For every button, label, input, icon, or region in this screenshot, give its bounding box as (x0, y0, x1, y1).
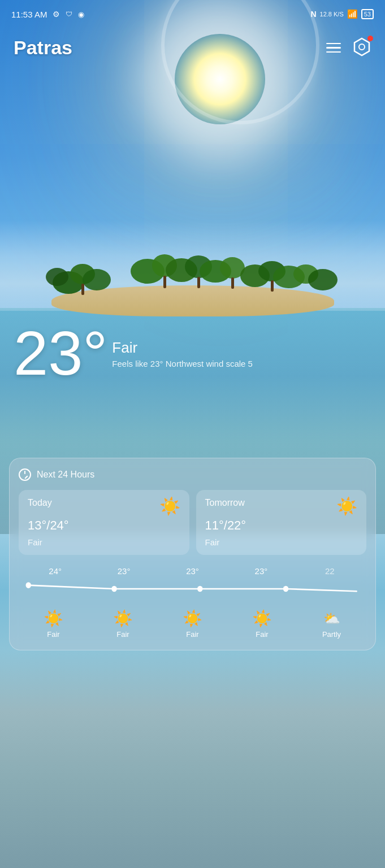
hourly-graph: 24° 23° 23° 23° 22 (19, 566, 366, 600)
settings-button[interactable] (352, 37, 371, 59)
svg-rect-16 (163, 276, 166, 288)
svg-point-24 (283, 586, 288, 592)
today-temp: 13°/24° (28, 518, 180, 533)
svg-rect-18 (231, 277, 234, 289)
island-graphic (34, 243, 351, 316)
city-name: Patras (14, 37, 72, 59)
hourly-temp-1: 24° (21, 566, 89, 576)
hour-item-5: ⛅ Partly (297, 611, 366, 639)
hour-1-icon: ☀️ (44, 611, 63, 627)
hourly-temp-3: 23° (158, 566, 227, 576)
today-label: Today (28, 498, 52, 508)
temperature-display: 23° Fair Feels like 23° Northwest wind s… (14, 322, 253, 384)
network-speed: 12.8 K/S (320, 11, 344, 18)
svg-point-22 (111, 586, 116, 592)
hour-5-condition: Partly (322, 630, 341, 639)
hour-2-condition: Fair (116, 630, 129, 639)
feels-like: Feels like 23° Northwest wind scale 5 (112, 359, 253, 368)
day-cards: Today ☀️ 13°/24° Fair Tomorrow ☀️ 11°/22… (19, 490, 366, 555)
header-icons (326, 37, 371, 59)
next-hours-header: Next 24 Hours (19, 468, 366, 481)
hour-4-icon: ☀️ (252, 611, 272, 627)
shield-icon: 🛡 (66, 10, 72, 18)
location-icon: ◉ (78, 10, 84, 19)
hourly-icons-row: ☀️ Fair ☀️ Fair ☀️ Fair ☀️ Fair ⛅ Partly (19, 611, 366, 639)
temperature-value: 23° (14, 322, 107, 384)
hourly-temps-row: 24° 23° 23° 23° 22 (21, 566, 364, 576)
svg-point-14 (308, 269, 338, 290)
weather-details: Fair Feels like 23° Northwest wind scale… (112, 322, 253, 368)
svg-point-21 (26, 582, 31, 588)
gear-icon: ⚙ (53, 10, 60, 19)
svg-point-20 (359, 44, 365, 50)
svg-rect-19 (271, 280, 274, 292)
notification-dot (367, 36, 373, 41)
hour-2-icon: ☀️ (113, 611, 133, 627)
hour-3-condition: Fair (186, 630, 198, 639)
status-left: 11:53 AM ⚙ 🛡 ◉ (11, 10, 84, 19)
temperature-line-chart (21, 580, 364, 597)
status-right: N 12.8 K/S 📶 53 (310, 9, 374, 19)
svg-point-2 (46, 268, 68, 286)
hourly-temp-2: 23° (89, 566, 158, 576)
svg-rect-15 (81, 284, 84, 295)
menu-line-3 (326, 51, 341, 53)
today-sun-icon: ☀️ (159, 498, 180, 515)
battery-level: 53 (364, 11, 371, 18)
status-time: 11:53 AM (11, 10, 47, 19)
app-header: Patras (0, 31, 385, 64)
tomorrow-sun-icon: ☀️ (336, 498, 357, 515)
hour-1-condition: Fair (47, 630, 59, 639)
svg-point-23 (197, 586, 202, 592)
menu-button[interactable] (326, 43, 341, 53)
clock-icon (19, 468, 31, 481)
hour-5-icon: ⛅ (323, 611, 340, 627)
battery-icon: 53 (361, 9, 374, 19)
menu-line-2 (326, 47, 341, 49)
svg-point-3 (83, 269, 111, 290)
hour-4-condition: Fair (256, 630, 268, 639)
hourly-temp-5: 22 (296, 566, 364, 576)
tomorrow-temp: 11°/22° (205, 518, 358, 533)
hour-item-4: ☀️ Fair (227, 611, 297, 639)
tomorrow-label: Tomorrow (205, 498, 245, 508)
wifi-icon: 📶 (347, 9, 358, 19)
status-bar: 11:53 AM ⚙ 🛡 ◉ N 12.8 K/S 📶 53 (0, 0, 385, 28)
current-weather-section: 23° Fair Feels like 23° Northwest wind s… (14, 322, 253, 384)
nfc-icon: N (310, 10, 316, 19)
menu-line-1 (326, 43, 341, 45)
hourly-temp-4: 23° (227, 566, 295, 576)
tomorrow-header: Tomorrow ☀️ (205, 498, 358, 515)
tomorrow-card[interactable]: Tomorrow ☀️ 11°/22° Fair (196, 490, 367, 555)
tomorrow-condition: Fair (205, 537, 358, 547)
hour-item-1: ☀️ Fair (19, 611, 88, 639)
hour-3-icon: ☀️ (183, 611, 202, 627)
forecast-card: Next 24 Hours Today ☀️ 13°/24° Fair Tomo… (9, 458, 376, 650)
svg-rect-17 (197, 277, 200, 288)
today-condition: Fair (28, 537, 180, 547)
next-hours-label: Next 24 Hours (37, 470, 94, 480)
clock-hand-min (24, 475, 28, 479)
today-card[interactable]: Today ☀️ 13°/24° Fair (19, 490, 189, 555)
hour-item-2: ☀️ Fair (88, 611, 158, 639)
clock-hand-hour (24, 471, 25, 474)
hour-item-3: ☀️ Fair (158, 611, 227, 639)
weather-condition: Fair (112, 339, 253, 357)
today-header: Today ☀️ (28, 498, 180, 515)
